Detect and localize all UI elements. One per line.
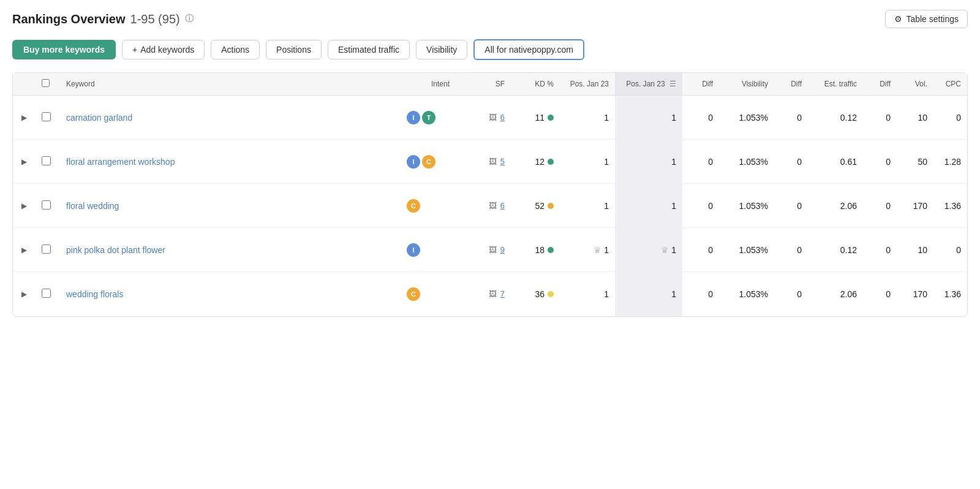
pos1-cell: 1 <box>560 272 615 316</box>
kd-value: 12 <box>535 157 545 167</box>
image-icon: 🖼 <box>489 113 497 122</box>
cpc-cell: 0 <box>933 96 967 140</box>
keyword-link[interactable]: carnation garland <box>66 113 132 123</box>
page-container: Rankings Overview 1-95 (95) ⓘ ⚙ Table se… <box>0 0 980 327</box>
expand-button[interactable]: ▶ <box>19 111 29 124</box>
intent-badges: C <box>407 199 450 213</box>
expand-button[interactable]: ▶ <box>19 199 29 213</box>
cpc-cell: 1.36 <box>933 184 967 228</box>
image-icon: 🖼 <box>489 289 497 298</box>
diff3-cell: 0 <box>863 184 897 228</box>
sf-number[interactable]: 6 <box>500 113 505 122</box>
traffic-cell: 0.61 <box>808 140 863 184</box>
traffic-cell: 0.12 <box>808 96 863 140</box>
intent-badges: C <box>407 287 450 301</box>
keyword-link[interactable]: floral wedding <box>66 201 119 211</box>
kd-dot <box>548 159 554 165</box>
sf-cell: 🖼 9 <box>462 245 505 254</box>
row-checkbox[interactable] <box>42 200 51 210</box>
actions-button[interactable]: Actions <box>211 40 260 59</box>
diff1-cell: 0 <box>682 228 719 272</box>
sf-number[interactable]: 5 <box>500 157 505 166</box>
rankings-table: Keyword Intent SF KD % Pos. Jan 23 Pos. … <box>12 72 968 317</box>
buy-keywords-button[interactable]: Buy more keywords <box>12 40 116 59</box>
vol-cell: 10 <box>897 228 933 272</box>
th-traffic: Est. traffic <box>808 73 863 96</box>
badge-c: C <box>422 155 435 169</box>
image-icon: 🖼 <box>489 245 497 254</box>
th-cpc: CPC <box>933 73 967 96</box>
title-range: 1-95 (95) <box>130 12 180 26</box>
table-settings-button[interactable]: ⚙ Table settings <box>885 10 968 28</box>
visibility-filter[interactable]: Visibility <box>416 40 467 59</box>
badge-i: I <box>407 155 420 169</box>
badge-i: I <box>407 111 420 124</box>
sort-icon: ☰ <box>669 80 676 88</box>
visibility-cell: 1.053% <box>719 228 774 272</box>
th-expand <box>13 73 36 96</box>
vol-cell: 50 <box>897 140 933 184</box>
kd-value: 36 <box>535 289 545 299</box>
visibility-cell: 1.053% <box>719 272 774 316</box>
keyword-link[interactable]: floral arrangement workshop <box>66 157 175 167</box>
th-diff1: Diff <box>682 73 719 96</box>
intent-badges: IC <box>407 155 450 169</box>
pos1-cell: 1 <box>560 184 615 228</box>
th-checkbox <box>36 73 60 96</box>
th-keyword: Keyword <box>60 73 401 96</box>
keyword-link[interactable]: wedding florals <box>66 289 123 299</box>
table-row: ▶wedding floralsC 🖼 7 36 1101.053%02.060… <box>13 272 967 316</box>
positions-filter[interactable]: Positions <box>266 40 322 59</box>
th-pos2: Pos. Jan 23 ☰ <box>615 73 682 96</box>
vol-cell: 10 <box>897 96 933 140</box>
sf-number[interactable]: 9 <box>500 245 505 254</box>
sf-number[interactable]: 6 <box>500 201 505 210</box>
th-visibility: Visibility <box>719 73 774 96</box>
th-vol: Vol. <box>897 73 933 96</box>
estimated-traffic-filter[interactable]: Estimated traffic <box>328 40 410 59</box>
expand-button[interactable]: ▶ <box>19 243 29 257</box>
visibility-cell: 1.053% <box>719 140 774 184</box>
traffic-cell: 0.12 <box>808 228 863 272</box>
sf-cell: 🖼 6 <box>462 113 505 122</box>
kd-value: 52 <box>535 201 545 211</box>
badge-i: I <box>407 243 420 257</box>
th-kd: KD % <box>511 73 560 96</box>
pos1-cell: ♛ 1 <box>560 228 615 272</box>
table-row: ▶floral weddingC 🖼 6 52 1101.053%02.0601… <box>13 184 967 228</box>
row-checkbox[interactable] <box>42 112 51 121</box>
pos1-cell: 1 <box>560 96 615 140</box>
table-header-row: Keyword Intent SF KD % Pos. Jan 23 Pos. … <box>13 73 967 96</box>
table-row: ▶carnation garlandIT 🖼 6 11 1101.053%00.… <box>13 96 967 140</box>
diff3-cell: 0 <box>863 272 897 316</box>
expand-button[interactable]: ▶ <box>19 287 29 301</box>
select-all-checkbox[interactable] <box>42 79 50 87</box>
intent-badges: IT <box>407 111 450 124</box>
table-row: ▶floral arrangement workshopIC 🖼 5 12 11… <box>13 140 967 184</box>
crown-icon: ♛ <box>661 245 669 255</box>
row-checkbox[interactable] <box>42 289 51 298</box>
cpc-cell: 0 <box>933 228 967 272</box>
sf-number[interactable]: 7 <box>500 289 505 298</box>
pos2-cell: ♛ 1 <box>615 228 682 272</box>
sf-cell: 🖼 6 <box>462 201 505 210</box>
title-main: Rankings Overview <box>12 12 126 26</box>
keyword-link[interactable]: pink polka dot plant flower <box>66 245 165 255</box>
intent-badges: I <box>407 243 450 257</box>
page-title: Rankings Overview 1-95 (95) ⓘ <box>12 12 194 26</box>
kd-cell: 36 <box>517 289 554 299</box>
add-keywords-button[interactable]: + Add keywords <box>122 40 205 59</box>
th-pos1: Pos. Jan 23 <box>560 73 615 96</box>
table-settings-label: Table settings <box>906 14 959 24</box>
expand-button[interactable]: ▶ <box>19 155 29 169</box>
info-icon[interactable]: ⓘ <box>185 13 194 25</box>
kd-dot <box>548 291 554 297</box>
kd-dot <box>548 203 554 209</box>
badge-c: C <box>407 199 420 213</box>
row-checkbox[interactable] <box>42 156 51 165</box>
kd-dot <box>548 247 554 253</box>
visibility-cell: 1.053% <box>719 184 774 228</box>
row-checkbox[interactable] <box>42 245 51 254</box>
domain-filter[interactable]: All for nativepoppy.com <box>473 39 584 60</box>
th-intent: Intent <box>401 73 456 96</box>
